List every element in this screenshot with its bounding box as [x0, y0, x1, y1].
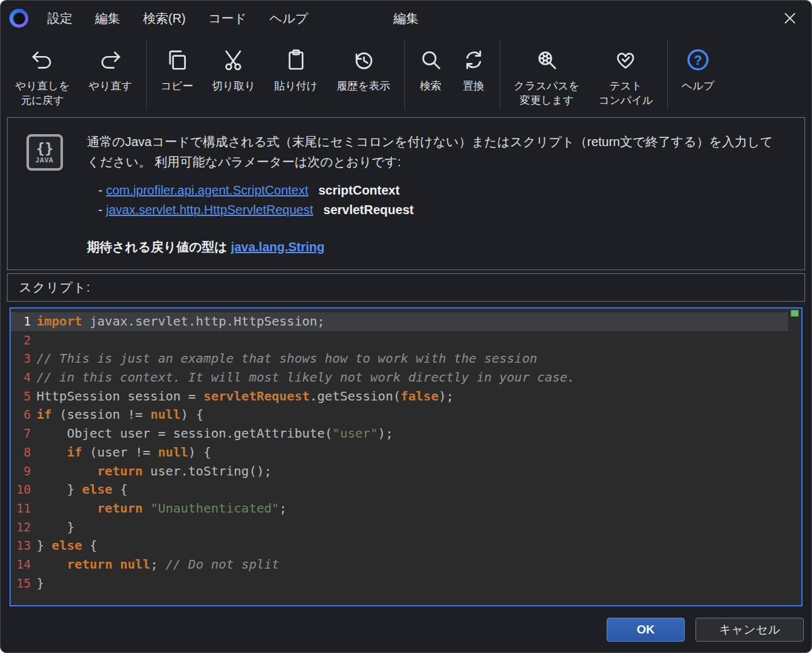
menu-help[interactable]: ヘルプ	[270, 10, 308, 27]
line-number: 13	[11, 537, 31, 555]
line-number: 11	[11, 499, 31, 518]
error-stripe	[788, 309, 801, 605]
undo-label: やり直しを 元に戻す	[15, 79, 70, 108]
redo-icon	[98, 43, 122, 76]
scriptcontext-param-name: scriptContext	[319, 183, 400, 197]
code-line[interactable]: 5HttpSession session = servletRequest.ge…	[11, 387, 801, 406]
code-text: // This is just an example that shows ho…	[37, 349, 537, 368]
code-text: return user.toString();	[37, 462, 272, 481]
code-text: if (session != null) {	[37, 406, 203, 424]
code-line[interactable]: 13} else {	[11, 537, 801, 555]
instructions-text: 通常のJavaコードで構成される式（末尾にセミコロンを付けない）またはスクリプト…	[87, 132, 783, 172]
code-text: HttpSession session = servletRequest.get…	[37, 387, 454, 406]
java-icon: {} JAVA	[26, 134, 63, 171]
line-number: 5	[11, 387, 31, 406]
code-line[interactable]: 12 }	[11, 518, 801, 537]
change-classpath-button[interactable]: クラスパスを 変更します	[505, 36, 589, 114]
undo-icon	[30, 43, 54, 76]
code-line[interactable]: 14 return null; // Do not split	[11, 555, 801, 574]
line-number: 12	[11, 518, 31, 537]
code-text: if (user != null) {	[37, 443, 211, 462]
code-line[interactable]: 8 if (user != null) {	[11, 443, 801, 462]
code-line[interactable]: 3// This is just an example that shows h…	[11, 349, 801, 368]
copy-icon	[165, 43, 189, 76]
code-line[interactable]: 10 } else {	[11, 480, 801, 499]
undo-button[interactable]: やり直しを 元に戻す	[6, 36, 79, 114]
line-number: 8	[11, 443, 31, 462]
line-number: 15	[11, 574, 31, 593]
menu-edit[interactable]: 編集	[95, 10, 120, 27]
code-line[interactable]: 7 Object user = session.getAttribute("us…	[11, 424, 801, 443]
replace-icon	[462, 43, 486, 76]
test-compile-label: テスト コンパイル	[598, 79, 653, 108]
search-button[interactable]: 検索	[409, 36, 452, 114]
help-button[interactable]: ? ヘルプ	[672, 36, 724, 114]
copy-button[interactable]: コピー	[151, 36, 203, 114]
history-label: 履歴を表示	[336, 79, 390, 94]
info-panel: {} JAVA 通常のJavaコードで構成される式（末尾にセミコロンを付けない）…	[7, 117, 805, 270]
line-number: 6	[11, 406, 31, 424]
menu-code[interactable]: コード	[209, 10, 247, 27]
search-label: 検索	[420, 79, 442, 94]
cut-button[interactable]: 切り取り	[203, 36, 265, 114]
code-text: }	[37, 518, 74, 537]
replace-button[interactable]: 置換	[452, 36, 495, 114]
cut-icon	[222, 43, 246, 76]
replace-label: 置換	[463, 79, 484, 94]
cut-label: 切り取り	[212, 79, 256, 94]
cancel-button[interactable]: キャンセル	[695, 618, 804, 642]
line-number: 1	[11, 312, 31, 331]
line-number: 2	[11, 331, 31, 350]
paste-icon	[284, 43, 308, 76]
paste-label: 貼り付け	[274, 79, 317, 94]
code-line[interactable]: 9 return user.toString();	[11, 462, 801, 481]
code-line[interactable]: 11 return "Unauthenticated";	[11, 499, 801, 518]
menu-settings[interactable]: 設定	[47, 10, 72, 27]
redo-button[interactable]: やり直す	[79, 36, 142, 114]
return-type-link[interactable]: java.lang.String	[231, 240, 324, 254]
script-editor[interactable]: 1import javax.servlet.http.HttpSession;2…	[9, 307, 803, 606]
test-compile-icon	[614, 43, 638, 76]
code-line[interactable]: 1import javax.servlet.http.HttpSession;	[11, 312, 801, 331]
code-text: }	[37, 574, 44, 593]
redo-label: やり直す	[89, 79, 132, 94]
app-logo-icon	[9, 9, 28, 28]
menu-search[interactable]: 検索(R)	[143, 10, 186, 27]
code-line[interactable]: 6if (session != null) {	[11, 406, 801, 424]
code-line[interactable]: 15}	[11, 574, 801, 593]
close-button[interactable]	[779, 7, 801, 30]
toolbar-separator	[667, 40, 668, 110]
line-number: 14	[11, 555, 31, 574]
code-text: return null; // Do not split	[37, 555, 279, 574]
java-icon-word: JAVA	[35, 157, 54, 164]
help-icon: ?	[686, 43, 710, 76]
ok-button[interactable]: OK	[607, 618, 685, 642]
window-title: 編集	[394, 10, 419, 27]
code-text: // in this context. It will most likely …	[37, 368, 575, 387]
test-compile-button[interactable]: テスト コンパイル	[589, 36, 663, 114]
code-line[interactable]: 4// in this context. It will most likely…	[11, 368, 801, 387]
bullet-dash: -	[98, 203, 106, 217]
return-type-line: 期待される戻り値の型は java.lang.String	[87, 239, 783, 256]
scriptcontext-link[interactable]: com.jprofiler.api.agent.ScriptContext	[106, 183, 308, 197]
search-icon	[419, 43, 443, 76]
script-label: スクリプト:	[19, 279, 91, 296]
code-line[interactable]: 2	[11, 331, 801, 350]
return-type-label: 期待される戻り値の型は	[87, 240, 231, 254]
line-number: 4	[11, 368, 31, 387]
code-text: } else {	[37, 480, 128, 499]
close-icon	[784, 13, 796, 24]
error-stripe-marker-green[interactable]	[791, 310, 799, 317]
code-text: return "Unauthenticated";	[37, 499, 287, 518]
parameter-row: - javax.servlet.http.HttpServletRequests…	[98, 200, 783, 220]
history-button[interactable]: 履歴を表示	[327, 36, 399, 114]
parameter-row: - com.jprofiler.api.agent.ScriptContexts…	[98, 181, 783, 200]
bullet-dash: -	[98, 183, 106, 197]
code-text: } else {	[37, 537, 97, 555]
servletrequest-link[interactable]: javax.servlet.http.HttpServletRequest	[106, 203, 313, 217]
line-number: 7	[11, 424, 31, 443]
code-text: Object user = session.getAttribute("user…	[37, 424, 393, 443]
line-number: 10	[11, 480, 31, 499]
script-section-header: スクリプト:	[7, 273, 805, 302]
paste-button[interactable]: 貼り付け	[265, 36, 327, 114]
